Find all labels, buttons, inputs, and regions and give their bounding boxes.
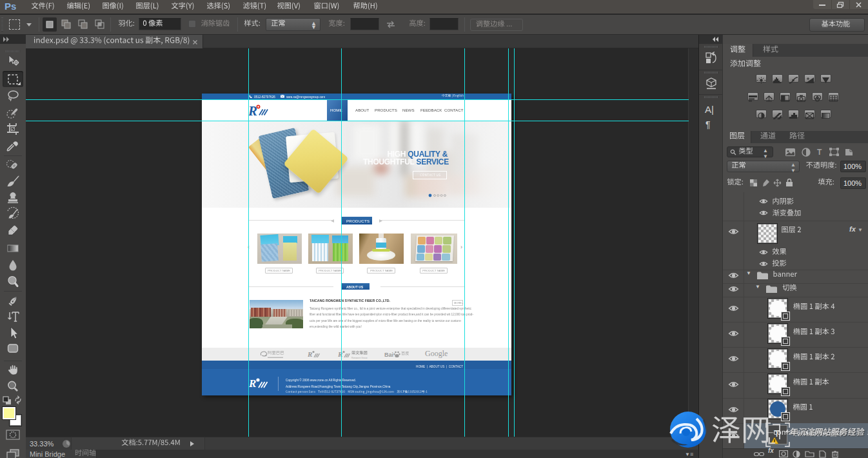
svg-text:R: R (248, 104, 257, 118)
svg-text:R: R (308, 350, 312, 358)
svg-text:R: R (249, 377, 256, 390)
svg-text:Rongwen Group: Rongwen Group (351, 357, 368, 359)
svg-text:Bai: Bai (384, 352, 393, 358)
svg-text:R: R (338, 350, 342, 358)
